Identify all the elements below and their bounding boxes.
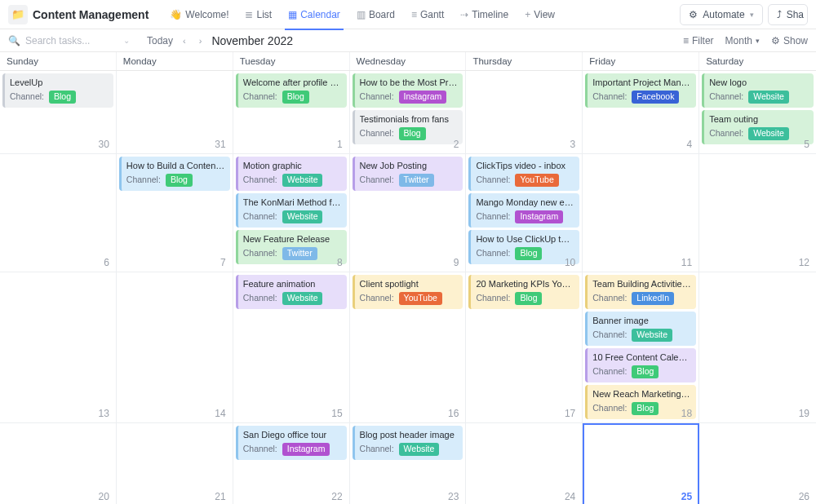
calendar-cell[interactable]: Motion graphicChannel:WebsiteThe KonMari… [233,154,350,272]
event-title: San Diego office tour [243,429,342,440]
channel-tag: Website [282,292,323,305]
calendar-event[interactable]: The KonMari Method for ProjectChannel:We… [236,193,347,228]
search-chevron-icon[interactable]: ⌄ [120,36,133,45]
filter-button[interactable]: ≡ Filter [683,35,714,46]
day-number: 23 [448,491,459,502]
calendar-cell[interactable]: Welcome after profile sign-upChannel:Blo… [233,71,350,154]
calendar-event[interactable]: Motion graphicChannel:Website [236,157,347,191]
page-title: Content Management [33,8,149,21]
channel-tag: Website [399,443,440,456]
calendar-cell[interactable]: Team Building Activities: 25 ExChannel:L… [583,272,699,423]
event-title: 10 Free Content Calendar Temp [592,351,691,363]
channel-label: Channel: [10,91,44,103]
calendar-cell[interactable]: 12 [699,154,816,272]
channel-tag: Blog [49,91,76,104]
tab-timeline[interactable]: ⇢Timeline [452,0,517,29]
calendar-cell[interactable]: 24 [466,423,583,504]
calendar-cell[interactable]: How to Build a Content CreationChannel:B… [117,154,233,272]
day-header: Saturday [699,52,816,70]
calendar-cell[interactable]: 31 [117,71,233,154]
calendar-cell[interactable]: Blog post header imageChannel:Website23 [350,423,467,504]
calendar-event[interactable]: How to Use ClickUp to SucceedChannel:Blo… [468,230,579,264]
channel-tag: Blog [515,292,542,305]
calendar-cell[interactable]: 19 [699,272,816,423]
calendar-event[interactable]: Welcome after profile sign-upChannel:Blo… [236,73,347,108]
calendar-cell[interactable]: 20 Marketing KPIs You Need toChannel:Blo… [466,272,583,423]
show-button[interactable]: ⚙ Show [771,35,808,46]
calendar-cell[interactable]: Client spotlightChannel:YouTube16 [350,272,467,423]
tab-label: View [534,9,555,20]
calendar-cell[interactable]: 11 [583,154,699,272]
calendar-event[interactable]: Blog post header imageChannel:Website [353,426,463,460]
calendar-event[interactable]: Team Building Activities: 25 ExChannel:L… [585,275,696,309]
channel-label: Channel: [243,91,277,103]
folder-icon[interactable]: 📁 [8,5,28,24]
calendar-cell[interactable]: 3 [466,71,583,154]
range-select[interactable]: Month ▾ [725,35,760,46]
gantt-icon: ≡ [411,9,417,20]
calendar-event[interactable]: New Reach Marketing: How CliChannel:Blog [585,385,696,419]
share-button[interactable]: ⤴ Sha [768,4,808,25]
tab-label: List [256,9,272,20]
tab-label: Welcome! [185,9,228,20]
calendar-event[interactable]: Team outingChannel:Website [702,110,814,144]
calendar-event[interactable]: Testimonials from fansChannel:Blog [353,110,463,144]
month-label: November 2022 [211,34,293,47]
calendar-event[interactable]: 10 Free Content Calendar TempChannel:Blo… [585,348,696,382]
calendar-event[interactable]: Banner imageChannel:Website [585,312,696,346]
day-header: Wednesday [350,52,467,70]
day-number: 18 [681,408,692,419]
tab-welcome[interactable]: 👋Welcome! [162,0,237,29]
channel-label: Channel: [592,366,627,378]
calendar-event[interactable]: Mango Monday new employeeChannel:Instagr… [468,193,579,228]
calendar-cell[interactable]: 21 [117,423,233,504]
calendar-cell[interactable]: ClickTips video - inboxChannel:YouTubeMa… [466,154,583,272]
tab-gantt[interactable]: ≡Gantt [403,0,452,29]
calendar-event[interactable]: How to Build a Content CreationChannel:B… [119,157,230,191]
channel-label: Channel: [360,444,394,455]
day-number: 22 [331,491,342,502]
calendar-cell[interactable]: 6 [0,154,117,272]
calendar-event[interactable]: ClickTips video - inboxChannel:YouTube [468,157,579,191]
day-header: Tuesday [233,52,350,70]
day-number: 4 [686,139,692,150]
calendar-cell[interactable]: New Job PostingChannel:Twitter9 [350,154,467,272]
event-title: The KonMari Method for Project [243,197,342,208]
calendar-event[interactable]: San Diego office tourChannel:Instagram [236,426,347,460]
calendar-cell[interactable]: How to be the Most ProductiveChannel:Ins… [350,71,467,154]
automate-button[interactable]: ⚙ Automate ▾ [680,4,762,25]
calendar-event[interactable]: How to be the Most ProductiveChannel:Ins… [353,73,463,108]
tab-label: Gantt [420,9,444,20]
calendar-cell[interactable]: Important Project ManagementChannel:Face… [583,71,699,154]
tab-calendar[interactable]: ▦Calendar [280,0,348,29]
calendar-event[interactable]: New logoChannel:Website [702,73,814,108]
date-nav: Today ‹ › November 2022 [147,34,293,47]
calendar-event[interactable]: Client spotlightChannel:YouTube [353,275,463,309]
today-button[interactable]: Today [147,35,173,46]
calendar-event[interactable]: LevelUpChannel:Blog [2,73,113,108]
calendar-cell[interactable]: 25 [583,423,699,504]
calendar-cell[interactable]: Feature animationChannel:Website15 [233,272,350,423]
calendar-event[interactable]: 20 Marketing KPIs You Need toChannel:Blo… [468,275,579,309]
calendar-event[interactable]: New Job PostingChannel:Twitter [353,157,463,191]
calendar-event[interactable]: Important Project ManagementChannel:Face… [585,73,696,108]
calendar-cell[interactable]: 26 [699,423,816,504]
prev-month-button[interactable]: ‹ [180,34,189,47]
calendar-cell[interactable]: New logoChannel:WebsiteTeam outingChanne… [699,71,816,154]
calendar-cell[interactable]: San Diego office tourChannel:Instagram22 [233,423,350,504]
calendar-cell[interactable]: 20 [0,423,117,504]
calendar-event[interactable]: Feature animationChannel:Website [236,275,347,309]
calendar-cell[interactable]: 14 [117,272,233,423]
channel-tag: Twitter [399,174,434,187]
calendar-cell[interactable]: LevelUpChannel:Blog30 [0,71,117,154]
calendar-event[interactable]: New Feature ReleaseChannel:Twitter [236,230,347,264]
share-icon: ⤴ [777,9,782,20]
tab-board[interactable]: ▥Board [348,0,403,29]
tab-list[interactable]: ≣List [237,0,280,29]
next-month-button[interactable]: › [196,34,206,47]
tab-view[interactable]: +View [517,0,563,29]
calendar-cell[interactable]: 13 [0,272,117,423]
search-input[interactable] [25,35,115,46]
channel-label: Channel: [592,293,627,304]
event-title: LevelUp [10,77,109,88]
